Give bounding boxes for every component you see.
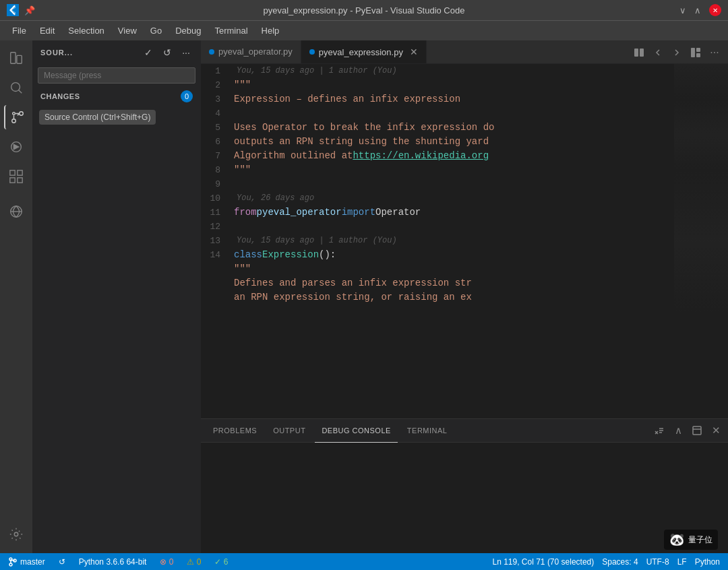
git-blame-annotation: You, 15 days ago | 1 author (You) <box>237 234 674 248</box>
debug-activity-icon[interactable] <box>4 135 28 159</box>
encoding-label: UTF-8 <box>646 557 669 567</box>
line-number: 13 <box>206 234 220 248</box>
commit-message-input[interactable] <box>38 67 195 84</box>
menu-go[interactable]: Go <box>145 24 167 37</box>
code-line-wrapper: You, 26 days agofrom pyeval_operator imp… <box>234 191 674 220</box>
title-bar-icon-group: 📌 <box>7 4 35 16</box>
extensions-activity-icon[interactable] <box>4 164 28 189</box>
svg-point-4 <box>12 119 16 123</box>
errors-status[interactable]: ⊗ 0 <box>157 553 176 570</box>
clear-panel-button[interactable] <box>653 424 666 437</box>
line-number: 11 <box>206 205 220 220</box>
svg-rect-19 <box>696 53 700 57</box>
checks-label: ✓ 6 <box>214 557 228 567</box>
python-status[interactable]: Python 3.6.6 64-bit <box>76 553 150 570</box>
split-editor-button[interactable] <box>631 44 647 61</box>
git-blame-annotation: You, 15 days ago | 1 author (You) <box>237 64 674 78</box>
editor-area: pyeval_operator.py pyeval_expression.py … <box>201 40 728 418</box>
close-panel-button[interactable]: ✕ <box>709 424 723 437</box>
sidebar-actions: ✓ ↺ ··· <box>142 46 193 59</box>
position-label: Ln 119, Col 71 (70 selected) <box>492 557 594 567</box>
svg-rect-17 <box>691 48 695 57</box>
menu-file[interactable]: File <box>7 24 32 37</box>
menu-selection[interactable]: Selection <box>63 24 109 37</box>
line-numbers: 1234567891011121314 <box>201 64 231 418</box>
code-line: """ <box>234 163 674 177</box>
code-line-wrapper <box>234 220 674 234</box>
close-button[interactable]: ✕ <box>709 4 721 16</box>
svg-rect-1 <box>17 55 22 63</box>
panel-tab-output[interactable]: OUTPUT <box>266 419 312 443</box>
code-token: """ <box>234 163 251 177</box>
explorer-activity-icon[interactable] <box>4 46 28 70</box>
sidebar: SOUR... ✓ ↺ ··· CHANGES 0 <box>32 40 201 553</box>
changes-section[interactable]: CHANGES 0 <box>32 86 201 106</box>
panel-tab-problems[interactable]: PROBLEMS <box>206 419 264 443</box>
sidebar-header: SOUR... ✓ ↺ ··· <box>32 40 201 65</box>
maximize-chevron-icon: ∧ <box>694 5 701 15</box>
menu-debug[interactable]: Debug <box>170 24 206 37</box>
search-activity-icon[interactable] <box>4 75 28 100</box>
branch-status[interactable]: master <box>5 553 48 570</box>
panel-content <box>201 443 728 553</box>
code-line-wrapper: """ <box>234 262 674 276</box>
more-editor-actions-button[interactable]: ··· <box>706 44 723 61</box>
tab-close-button[interactable]: ✕ <box>410 46 418 57</box>
svg-point-2 <box>11 83 20 92</box>
warnings-status[interactable]: ⚠ 0 <box>184 553 204 570</box>
code-line: from pyeval_operator import Operator <box>234 205 674 220</box>
language-status[interactable]: Python <box>692 557 723 567</box>
navigate-back-button[interactable] <box>650 44 666 61</box>
pin-icon: 📌 <box>24 5 35 15</box>
menu-view[interactable]: View <box>113 24 142 37</box>
code-token: class <box>234 248 262 262</box>
menu-terminal[interactable]: Terminal <box>209 24 253 37</box>
panel-tab-debug-console[interactable]: DEBUG CONSOLE <box>315 419 397 443</box>
code-token: (): <box>319 248 336 262</box>
svg-point-22 <box>9 563 12 566</box>
encoding-status[interactable]: UTF-8 <box>644 557 672 567</box>
svg-point-14 <box>14 532 18 536</box>
svg-rect-20 <box>693 426 701 435</box>
code-line-wrapper: an RPN expression string, or raising an … <box>234 290 674 305</box>
svg-rect-9 <box>18 170 22 175</box>
spaces-label: Spaces: 4 <box>602 557 638 567</box>
settings-activity-icon[interactable] <box>4 522 28 546</box>
line-number: 7 <box>206 149 220 163</box>
code-line: """ <box>234 262 674 276</box>
tab-pyeval-expression[interactable]: pyeval_expression.py ✕ <box>301 40 427 63</box>
code-token: https://en.wikipedia.org <box>353 149 489 163</box>
language-label: Python <box>695 557 720 567</box>
minimap-canvas <box>674 64 728 418</box>
close-icon: ✕ <box>712 7 718 14</box>
line-ending-status[interactable]: LF <box>675 557 690 567</box>
refresh-button[interactable]: ↺ <box>160 46 174 59</box>
remote-activity-icon[interactable] <box>4 199 28 224</box>
position-status[interactable]: Ln 119, Col 71 (70 selected) <box>489 557 597 567</box>
code-token: """ <box>234 78 251 92</box>
svg-rect-18 <box>696 48 700 52</box>
navigate-forward-button[interactable] <box>669 44 685 61</box>
checks-status[interactable]: ✓ 6 <box>212 553 231 570</box>
code-token: Defines and parses an infix expression s… <box>234 276 472 290</box>
code-token: """ <box>234 262 251 276</box>
more-actions-button[interactable]: ··· <box>179 46 193 59</box>
tab-pyeval-operator[interactable]: pyeval_operator.py <box>201 40 301 63</box>
spaces-status[interactable]: Spaces: 4 <box>599 557 640 567</box>
tab-dot <box>209 49 214 55</box>
branch-icon <box>8 557 18 567</box>
menu-help[interactable]: Help <box>256 24 285 37</box>
source-control-activity-icon[interactable]: Source Control (Ctrl+Shift+G) <box>4 105 28 129</box>
svg-rect-0 <box>11 53 16 64</box>
code-content[interactable]: You, 15 days ago | 1 author (You)""" Exp… <box>231 64 674 418</box>
code-line-wrapper: Expression – defines an infix expression <box>234 92 674 106</box>
line-number: 8 <box>206 163 220 177</box>
layout-button[interactable] <box>688 44 704 61</box>
sync-status[interactable]: ↺ <box>56 553 68 570</box>
panel-tab-terminal[interactable]: TERMINAL <box>400 419 454 443</box>
menu-edit[interactable]: Edit <box>34 24 60 37</box>
collapse-panel-button[interactable]: ∧ <box>671 424 685 437</box>
code-token: pyeval_operator <box>257 205 342 220</box>
commit-check-button[interactable]: ✓ <box>142 46 155 59</box>
maximize-panel-button[interactable] <box>690 424 704 437</box>
